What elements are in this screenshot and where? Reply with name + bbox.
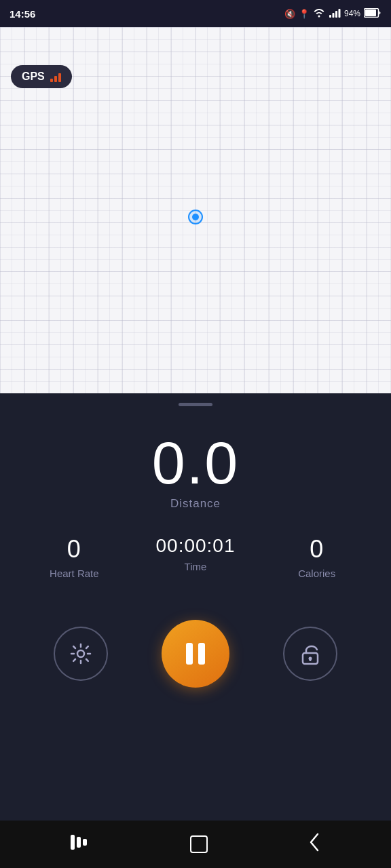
nav-home-button[interactable] — [183, 829, 215, 860]
gps-bar-3 — [58, 73, 61, 82]
nav-bar — [0, 821, 391, 868]
drag-handle[interactable] — [179, 403, 212, 406]
calories-label: Calories — [256, 568, 377, 579]
silent-icon: 🔇 — [284, 9, 295, 19]
status-time: 14:56 — [10, 8, 35, 20]
wifi-icon — [313, 8, 325, 20]
svg-rect-1 — [332, 13, 334, 18]
gear-icon — [69, 642, 93, 666]
svg-rect-11 — [77, 837, 81, 848]
signal-icon — [329, 8, 341, 20]
back-icon — [308, 833, 320, 852]
controls-row — [0, 620, 391, 688]
status-icons: 🔇 📍 94% — [284, 8, 381, 20]
heart-rate-value: 0 — [14, 535, 135, 564]
svg-rect-3 — [338, 9, 340, 18]
battery-text: 94% — [344, 9, 360, 18]
svg-point-6 — [77, 650, 84, 657]
svg-rect-9 — [309, 658, 311, 661]
heart-rate-stat: 0 Heart Rate — [14, 535, 135, 579]
bottom-panel: 0.0 Distance 0 Heart Rate 00:00:01 Time … — [0, 393, 391, 868]
time-label: Time — [135, 561, 257, 572]
svg-rect-12 — [83, 839, 87, 846]
status-bar: 14:56 🔇 📍 94% — [0, 0, 391, 27]
distance-value: 0.0 — [0, 433, 391, 493]
gps-bars-icon — [50, 71, 61, 82]
heart-rate-label: Heart Rate — [14, 568, 135, 579]
lock-button[interactable] — [283, 627, 337, 681]
distance-section: 0.0 Distance — [0, 433, 391, 511]
location-icon: 📍 — [299, 9, 310, 19]
pause-button[interactable] — [162, 620, 229, 688]
unlock-icon — [299, 642, 322, 665]
svg-rect-10 — [71, 835, 75, 850]
gps-bar-1 — [50, 79, 53, 82]
battery-icon — [364, 8, 381, 20]
calories-stat: 0 Calories — [256, 535, 377, 579]
gps-bar-2 — [54, 76, 57, 82]
dot-outer — [188, 210, 203, 224]
home-icon — [190, 835, 208, 853]
gps-label: GPS — [22, 71, 45, 83]
pause-icon — [186, 643, 205, 665]
calories-value: 0 — [256, 535, 377, 564]
dot-inner — [192, 214, 199, 220]
menu-icon — [71, 835, 90, 850]
pause-bar-right — [198, 643, 205, 665]
gps-badge[interactable]: GPS — [11, 65, 72, 88]
time-value: 00:00:01 — [135, 535, 257, 557]
settings-button[interactable] — [54, 627, 108, 681]
svg-rect-2 — [335, 11, 337, 18]
location-dot — [188, 210, 203, 224]
stats-row: 0 Heart Rate 00:00:01 Time 0 Calories — [0, 535, 391, 579]
distance-label: Distance — [0, 497, 391, 511]
nav-back-button[interactable] — [301, 826, 327, 863]
pause-bar-left — [186, 643, 193, 665]
svg-rect-5 — [365, 9, 376, 16]
svg-rect-0 — [329, 15, 331, 18]
map-area[interactable]: GPS — [0, 27, 391, 407]
nav-menu-button[interactable] — [64, 828, 96, 861]
time-stat: 00:00:01 Time — [135, 535, 257, 572]
